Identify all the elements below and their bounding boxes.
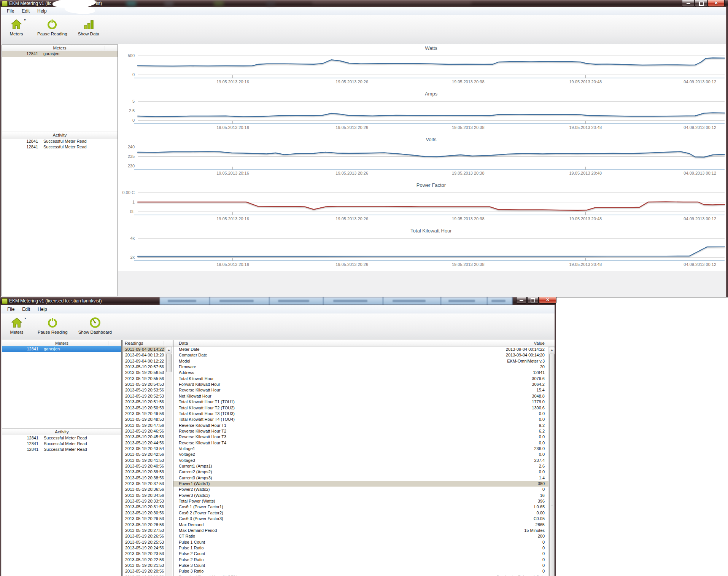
- scrollbar-thumb[interactable]: [549, 354, 555, 576]
- reading-row[interactable]: 2013-05-19 20:20:56: [123, 568, 165, 574]
- reading-row[interactable]: 2013-05-19 20:33:53: [123, 498, 165, 504]
- reading-row[interactable]: 2013-05-19 20:44:56: [123, 440, 165, 446]
- data-row[interactable]: Meter Date2013-09-04 00:14:22: [173, 347, 548, 352]
- menu-file[interactable]: File: [3, 8, 18, 14]
- toolbar-meters-button[interactable]: ▼Meters: [6, 313, 27, 334]
- data-row[interactable]: Power2 (Watts2)0: [173, 487, 548, 492]
- toolbar-pause-reading-button[interactable]: Pause Reading: [37, 15, 67, 36]
- data-row[interactable]: Reactive Kilowatt Hour (kVARh)Omnimeter …: [173, 574, 548, 576]
- data-row[interactable]: Max Demand Period15 Minutes: [173, 528, 548, 533]
- data-row[interactable]: Current3 (Amps3)1.4: [173, 475, 548, 481]
- menu-help[interactable]: Help: [34, 306, 51, 313]
- toolbar-meters-button[interactable]: ▼Meters: [6, 15, 27, 36]
- data-row[interactable]: Address12841: [173, 370, 548, 376]
- data-row[interactable]: Cosθ 3 (Power Factor3)C0.05: [173, 516, 548, 522]
- readings-scrollbar[interactable]: ▲: [165, 347, 172, 576]
- data-row[interactable]: Cosθ 2 (Power Factor2)0.00: [173, 510, 548, 516]
- data-row[interactable]: Total Kilowatt Hour3079.6: [173, 376, 548, 382]
- data-row[interactable]: Total Kilowatt Hour T3 (TOU3)0.0: [173, 411, 548, 417]
- data-row[interactable]: Pulse 3 Count0: [173, 563, 548, 568]
- reading-row[interactable]: 2013-05-19 20:30:56: [123, 510, 165, 516]
- reading-row[interactable]: 2013-05-19 20:41:53: [123, 458, 165, 463]
- toolbar-show-data-button[interactable]: Show Data: [78, 15, 99, 36]
- reading-row[interactable]: 2013-05-19 20:40:56: [123, 463, 165, 469]
- data-row[interactable]: Reverse Kilowatt Hour T40.0: [173, 440, 548, 446]
- data-row[interactable]: Current1 (Amps1)2.6: [173, 463, 548, 469]
- data-row[interactable]: Total Kilowatt Hour T4 (TOU4)0.0: [173, 417, 548, 422]
- activity-row[interactable]: 12841Successful Meter Read: [2, 441, 121, 447]
- reading-row[interactable]: 2013-05-19 20:53:56: [123, 387, 165, 393]
- data-row[interactable]: Computer Date2013-09-04 00:14:20: [173, 352, 548, 358]
- reading-row[interactable]: 2013-09-04 00:13:20: [123, 352, 165, 358]
- reading-row[interactable]: 2013-05-19 20:21:53: [123, 563, 165, 568]
- data-row[interactable]: Max Demand2865: [173, 522, 548, 528]
- data-row[interactable]: Forward Kilowatt Hour3064.2: [173, 382, 548, 387]
- data-row[interactable]: Reverse Kilowatt Hour T30.0: [173, 434, 548, 440]
- data-row[interactable]: Total Kilowatt Hour T2 (TOU2)1300.6: [173, 405, 548, 411]
- activity-row[interactable]: 12841Successful Meter Read: [2, 435, 121, 441]
- reading-row[interactable]: 2013-05-19 20:19:53: [123, 574, 165, 576]
- reading-row[interactable]: 2013-05-19 20:29:53: [123, 516, 165, 522]
- menu-file[interactable]: File: [3, 306, 18, 313]
- reading-row[interactable]: 2013-05-19 20:37:53: [123, 481, 165, 487]
- scrollbar-thumb[interactable]: [166, 354, 172, 372]
- data-row[interactable]: Power3 (Watts3)16: [173, 493, 548, 498]
- reading-row[interactable]: 2013-05-19 20:23:53: [123, 551, 165, 557]
- reading-row[interactable]: 2013-05-19 20:38:56: [123, 475, 165, 481]
- data-row[interactable]: Power1 (Watts1)380: [173, 481, 548, 487]
- reading-row[interactable]: 2013-05-19 20:43:54: [123, 446, 165, 452]
- data-row[interactable]: CT Ratio200: [173, 533, 548, 539]
- activity-row[interactable]: 12841Successful Meter Read: [2, 144, 118, 150]
- data-row[interactable]: Total Kilowatt Hour T1 (TOU1)1779.0: [173, 399, 548, 405]
- reading-row[interactable]: 2013-09-04 00:14:22: [123, 347, 165, 352]
- reading-row[interactable]: 2013-05-19 20:48:53: [123, 417, 165, 422]
- meter-row[interactable]: 12841garasjen: [2, 346, 121, 352]
- reading-row[interactable]: 2013-05-19 20:51:56: [123, 399, 165, 405]
- chevron-down-icon[interactable]: ▼: [24, 317, 27, 320]
- maximize-button[interactable]: [527, 297, 539, 304]
- reading-row[interactable]: 2013-05-19 20:26:56: [123, 533, 165, 539]
- data-row[interactable]: ModelEKM-OmniMeter v.3: [173, 358, 548, 364]
- menu-edit[interactable]: Edit: [18, 8, 33, 14]
- reading-row[interactable]: 2013-05-19 20:56:53: [123, 370, 165, 376]
- close-button[interactable]: ✕: [708, 0, 725, 7]
- toolbar-show-dashboard-button[interactable]: Show Dashboard: [78, 313, 112, 334]
- data-row[interactable]: Net Kilowatt Hour3048.8: [173, 393, 548, 399]
- data-row[interactable]: Cosθ 1 (Power Factor1)L0.65: [173, 504, 548, 510]
- reading-row[interactable]: 2013-05-19 20:34:56: [123, 493, 165, 498]
- data-row[interactable]: Total Power (Watts)396: [173, 498, 548, 504]
- data-row[interactable]: Voltage20.0: [173, 452, 548, 457]
- toolbar-pause-reading-button[interactable]: Pause Reading: [38, 313, 68, 334]
- meter-row[interactable]: 12841garasjen: [2, 51, 118, 57]
- reading-row[interactable]: 2013-05-19 20:46:56: [123, 428, 165, 434]
- title-bar[interactable]: EKM Metering v1 (lic ist) ✕: [0, 0, 728, 7]
- chevron-down-icon[interactable]: ▼: [24, 19, 26, 21]
- minimize-button[interactable]: [516, 297, 527, 304]
- data-row[interactable]: Pulse 2 Ratio0: [173, 557, 548, 563]
- data-row[interactable]: Voltage3237.4: [173, 458, 548, 463]
- data-row[interactable]: Voltage1236.0: [173, 446, 548, 452]
- menu-help[interactable]: Help: [33, 8, 51, 14]
- data-row[interactable]: Pulse 1 Ratio0: [173, 545, 548, 551]
- data-row[interactable]: Reverse Kilowatt Hour T26.2: [173, 428, 548, 434]
- data-row[interactable]: Pulse 3 Ratio0: [173, 568, 548, 574]
- data-row[interactable]: Current2 (Amps2)0.0: [173, 469, 548, 475]
- reading-row[interactable]: 2013-05-19 20:24:56: [123, 545, 165, 551]
- reading-row[interactable]: 2013-05-19 20:22:56: [123, 557, 165, 563]
- reading-row[interactable]: 2013-05-19 20:55:56: [123, 376, 165, 382]
- reading-row[interactable]: 2013-05-19 20:52:53: [123, 393, 165, 399]
- reading-row[interactable]: 2013-05-19 20:45:53: [123, 434, 165, 440]
- activity-row[interactable]: 12841Successful Meter Read: [2, 138, 118, 144]
- close-button[interactable]: ✕: [539, 297, 556, 304]
- reading-row[interactable]: 2013-05-19 20:49:56: [123, 411, 165, 417]
- reading-row[interactable]: 2013-05-19 20:27:53: [123, 528, 165, 533]
- activity-row[interactable]: 12841Successful Meter Read: [2, 447, 121, 452]
- data-row[interactable]: Firmware20: [173, 364, 548, 370]
- reading-row[interactable]: 2013-05-19 20:25:53: [123, 539, 165, 545]
- maximize-button[interactable]: [695, 0, 707, 7]
- scroll-up-button[interactable]: ▲: [549, 347, 555, 353]
- menu-edit[interactable]: Edit: [18, 306, 34, 313]
- data-row[interactable]: Reverse Kilowatt Hour T19.2: [173, 423, 548, 428]
- reading-row[interactable]: 2013-05-19 20:57:56: [123, 364, 165, 370]
- reading-row[interactable]: 2013-05-19 20:47:56: [123, 423, 165, 428]
